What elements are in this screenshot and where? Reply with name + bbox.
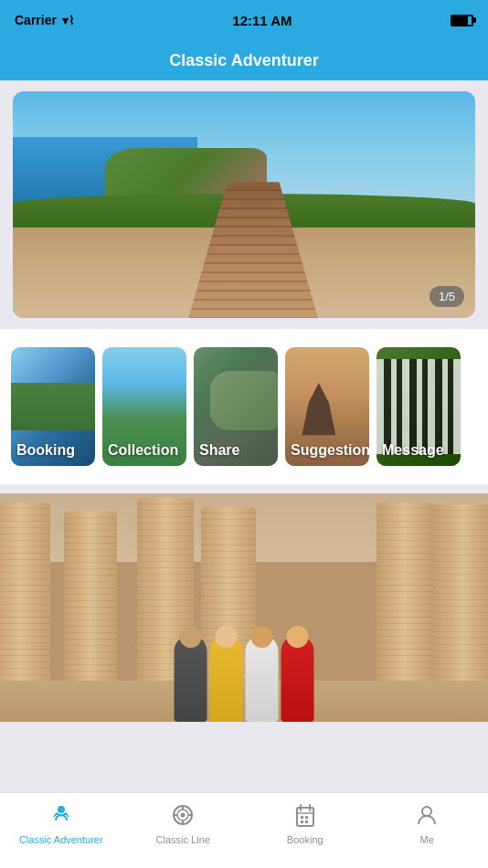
svg-rect-13: [305, 816, 308, 819]
wifi-icon: ▾⌇: [62, 14, 74, 27]
status-time: 12:11 AM: [232, 13, 292, 28]
tab-me[interactable]: Me: [366, 800, 489, 845]
classic-line-icon: [170, 802, 196, 831]
adventurer-icon: [48, 802, 74, 831]
status-bar: Carrier ▾⌇ 12:11 AM: [0, 0, 488, 40]
svg-point-3: [181, 813, 186, 818]
bottom-photo-section: [0, 493, 488, 722]
person-4: [281, 635, 314, 722]
svg-rect-14: [301, 820, 303, 823]
action-card-collection[interactable]: Collection: [102, 347, 186, 466]
battery-icon: [451, 15, 473, 26]
tab-label-me: Me: [420, 834, 434, 845]
status-right: [451, 15, 473, 26]
people-group: [175, 635, 314, 722]
hero-section: 1/5: [0, 80, 488, 329]
tab-booking[interactable]: Booking: [244, 800, 366, 845]
action-card-suggestions[interactable]: Suggestions: [285, 347, 369, 466]
action-card-share[interactable]: Share: [194, 347, 278, 466]
page-counter: 1/5: [430, 286, 464, 307]
header: Classic Adventurer: [0, 40, 488, 80]
tab-label-classic-line: Classic Line: [156, 834, 210, 845]
booking-label: Booking: [11, 434, 95, 466]
svg-point-0: [58, 806, 65, 813]
person-2: [210, 635, 243, 722]
action-card-message[interactable]: Message: [377, 347, 461, 466]
page-title: Classic Adventurer: [169, 51, 318, 70]
quick-actions-row: Booking Collection Share Suggestions Mes…: [11, 347, 477, 466]
main-content: 1/5 Booking Collection Share Suggestions: [0, 80, 488, 792]
person-3: [246, 635, 279, 722]
suggestions-label: Suggestions: [285, 434, 369, 466]
person-1: [175, 635, 207, 722]
tab-label-booking: Booking: [287, 834, 324, 845]
tab-label-adventurer: Classic Adventurer: [19, 834, 103, 845]
status-left: Carrier ▾⌇: [15, 13, 74, 27]
tab-classic-line[interactable]: Classic Line: [122, 800, 245, 845]
me-icon: [414, 802, 440, 831]
columns-scene: [0, 493, 488, 722]
share-label: Share: [194, 434, 278, 466]
tab-bar: Classic Adventurer Classic Line: [0, 792, 488, 868]
hero-canvas: [13, 91, 475, 318]
bottom-photo: [0, 493, 488, 722]
collection-label: Collection: [102, 434, 186, 466]
svg-point-16: [422, 807, 431, 816]
quick-actions-section: Booking Collection Share Suggestions Mes…: [0, 329, 488, 484]
tab-classic-adventurer[interactable]: Classic Adventurer: [0, 800, 122, 845]
hero-image[interactable]: 1/5: [13, 91, 475, 318]
svg-rect-15: [305, 820, 308, 823]
action-card-booking[interactable]: Booking: [11, 347, 95, 466]
carrier-text: Carrier: [15, 13, 57, 27]
battery-fill: [452, 16, 468, 25]
message-label: Message: [377, 434, 461, 466]
svg-rect-12: [301, 816, 303, 819]
booking-icon: [292, 802, 318, 831]
